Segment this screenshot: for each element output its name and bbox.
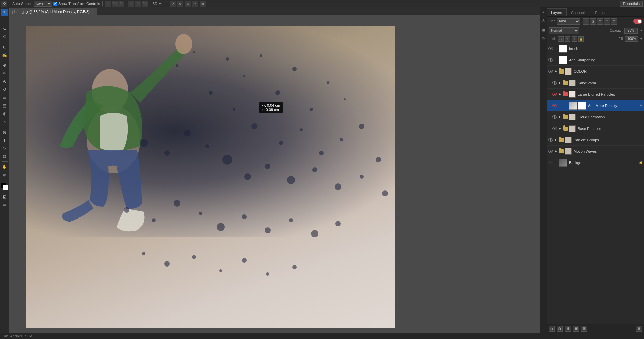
quick-mask-tool[interactable]: ⬕ xyxy=(1,193,8,200)
lasso-tool[interactable]: ⊂ xyxy=(1,25,8,32)
expand-sandstorm[interactable]: ▶ xyxy=(558,81,562,85)
panel-icon-3[interactable]: ▣ xyxy=(541,27,546,32)
gradient-tool[interactable]: ▤ xyxy=(1,102,8,109)
layer-row-particle-groups[interactable]: ▶ Particle Groups xyxy=(547,134,644,146)
layer-row-color[interactable]: ▶ COLOR xyxy=(547,66,644,77)
visibility-brush[interactable] xyxy=(548,46,553,51)
visibility-add-density[interactable] xyxy=(552,103,557,108)
blend-mode-select[interactable]: Normal Multiply Screen Overlay xyxy=(549,27,579,34)
tab-close-btn[interactable]: ✕ xyxy=(92,10,94,13)
lock-transparency-btn[interactable]: ⬚ xyxy=(558,36,564,42)
3d-icon1[interactable]: ⟳ xyxy=(170,1,176,7)
canvas-container[interactable]: ⇔: 0.04 cm ↕: 0.09 cm xyxy=(9,15,540,333)
add-style-btn[interactable]: fx xyxy=(549,326,555,332)
fill-arrow[interactable]: ▾ xyxy=(640,37,642,41)
expand-cloud[interactable]: ▶ xyxy=(558,115,562,119)
layer-row-background[interactable]: Background 🔒 xyxy=(547,157,644,168)
lock-pixels-btn[interactable]: ✏ xyxy=(565,36,570,42)
filter-smart-icon[interactable]: ⊡ xyxy=(611,18,617,25)
3d-icon3[interactable]: ⊖ xyxy=(185,1,191,7)
align-top-icon[interactable]: ⬛ xyxy=(128,1,134,7)
3d-icon4[interactable]: ⌖ xyxy=(192,1,198,7)
lock-all-btn[interactable]: 🔒 xyxy=(578,36,584,42)
visibility-background[interactable] xyxy=(548,160,553,165)
delete-layer-btn[interactable]: 🗑 xyxy=(636,326,642,332)
visibility-sharpening[interactable] xyxy=(548,57,553,63)
history-brush-tool[interactable]: ↺ xyxy=(1,86,8,93)
hand-tool[interactable]: ✋ xyxy=(1,163,8,171)
add-layer-btn[interactable]: ⊞ xyxy=(581,326,587,332)
3d-icon2[interactable]: ⊕ xyxy=(177,1,183,7)
opacity-arrow[interactable]: ▾ xyxy=(640,29,642,32)
visibility-base-particles[interactable] xyxy=(552,126,557,131)
visibility-sandstorm[interactable] xyxy=(552,80,557,86)
align-center-icon[interactable]: ⬛ xyxy=(112,1,118,7)
panel-icon-2[interactable]: S xyxy=(541,18,546,23)
expand-color[interactable]: ▶ xyxy=(554,69,558,74)
expand-large-blurred[interactable]: ▶ xyxy=(558,92,562,96)
layer-row-brush[interactable]: brush xyxy=(547,43,644,54)
layer-row-cloud[interactable]: ▶ Cloud Formation xyxy=(547,111,644,123)
align-bottom-icon[interactable]: ⬛ xyxy=(142,1,148,7)
expand-particle-groups[interactable]: ▶ xyxy=(554,138,558,142)
layers-list[interactable]: brush Add Sharpening ▶ xyxy=(547,43,644,324)
eraser-tool[interactable]: ▭ xyxy=(1,94,8,101)
fill-value[interactable]: 100% xyxy=(625,36,638,42)
blur-tool[interactable]: ◎ xyxy=(1,110,8,117)
filter-pixel-icon[interactable]: ⬛ xyxy=(583,18,589,25)
crop-tool[interactable]: ⊡ xyxy=(1,43,8,51)
visibility-color[interactable] xyxy=(548,69,553,74)
path-select-tool[interactable]: ▷ xyxy=(1,145,8,152)
filter-type-icon[interactable]: T xyxy=(597,18,603,25)
screen-mode-tool[interactable]: ▭ xyxy=(1,201,8,208)
add-adjustment-btn[interactable]: ⊕ xyxy=(565,326,571,332)
layer-row-motion-waves[interactable]: ▶ Motion Waves xyxy=(547,146,644,157)
tab-layers[interactable]: Layers xyxy=(547,8,567,16)
align-right-icon[interactable]: ⬛ xyxy=(118,1,124,7)
filter-shape-icon[interactable]: □ xyxy=(604,18,610,25)
3d-icon5[interactable]: ⊞ xyxy=(200,1,206,7)
lock-position-btn[interactable]: ✛ xyxy=(572,36,577,42)
layer-row-large-blurred[interactable]: ▶ Large Blurred Particles xyxy=(547,89,644,100)
opacity-value[interactable]: 70% xyxy=(624,28,638,34)
layer-row-sharpening[interactable]: Add Sharpening xyxy=(547,54,644,66)
background-color[interactable] xyxy=(3,185,8,190)
quick-select-tool[interactable]: ⊆ xyxy=(1,33,8,40)
canvas[interactable]: ⇔: 0.04 cm ↕: 0.09 cm xyxy=(26,26,395,328)
layer-row-add-density[interactable]: Add More Density 𝑓× xyxy=(547,100,644,111)
expand-base-particles[interactable]: ▶ xyxy=(558,127,562,131)
tab-paths[interactable]: Paths xyxy=(591,8,609,16)
move-tool-icon[interactable]: ✛ xyxy=(1,1,7,7)
move-tool[interactable]: ↖ xyxy=(1,9,8,16)
visibility-motion-waves[interactable] xyxy=(548,149,553,154)
visibility-large-blurred[interactable] xyxy=(552,92,557,97)
filter-select[interactable]: Kind Name Effect Mode Attribute xyxy=(557,18,580,25)
visibility-particle-groups[interactable] xyxy=(548,137,553,143)
shape-tool[interactable]: □ xyxy=(1,153,8,160)
dodge-tool[interactable]: ○ xyxy=(1,118,8,126)
add-mask-btn[interactable]: ◑ xyxy=(557,326,563,332)
visibility-cloud[interactable] xyxy=(552,114,557,120)
zoom-tool[interactable]: ⊕ xyxy=(1,171,8,179)
auto-select-dropdown[interactable]: Layer Group xyxy=(34,1,52,7)
essentials-button[interactable]: Essentials xyxy=(620,1,643,7)
layer-row-sandstorm[interactable]: ▶ SandStorm xyxy=(547,77,644,89)
color-swatches[interactable] xyxy=(1,183,9,191)
panel-icon-1[interactable]: A xyxy=(541,9,546,15)
expand-motion-waves[interactable]: ▶ xyxy=(554,149,558,153)
filter-toggle[interactable] xyxy=(633,19,642,24)
filter-adjust-icon[interactable]: ◑ xyxy=(590,18,596,25)
layer-row-base-particles[interactable]: ▶ Base Particles xyxy=(547,123,644,134)
pen-tool[interactable]: ⌘ xyxy=(1,129,8,136)
show-transform-checkbox[interactable] xyxy=(53,2,57,6)
brush-tool[interactable]: ✏ xyxy=(1,70,8,77)
eyedropper-tool[interactable]: ✍ xyxy=(1,51,8,59)
tab-channels[interactable]: Channels xyxy=(567,8,591,16)
document-tab[interactable]: photo.jpg @ 38.2% (Add More Density, RGB… xyxy=(9,8,97,15)
clone-stamp-tool[interactable]: ⊗ xyxy=(1,78,8,85)
marquee-tool[interactable]: ⬚ xyxy=(1,17,8,24)
type-tool[interactable]: T xyxy=(1,137,8,144)
align-left-icon[interactable]: ⬛ xyxy=(105,1,111,7)
align-middle-icon[interactable]: ⬛ xyxy=(135,1,141,7)
spot-heal-tool[interactable]: ⊕ xyxy=(1,62,8,69)
